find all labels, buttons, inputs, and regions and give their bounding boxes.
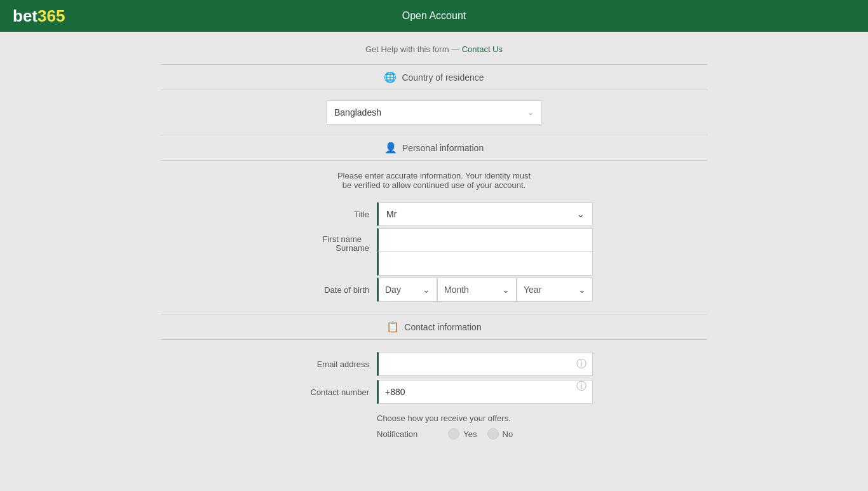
logo: bet365 bbox=[13, 6, 65, 26]
globe-icon: 🌐 bbox=[384, 71, 397, 83]
contact-control: +880 ⓘ bbox=[377, 380, 593, 404]
surname-label-text: Surname bbox=[161, 243, 377, 253]
country-code: +880 bbox=[377, 380, 412, 404]
notification-label: Notification bbox=[377, 429, 417, 439]
title-dropdown-arrow: ⌄ bbox=[577, 209, 585, 219]
contact-input-wrap: ⓘ bbox=[412, 380, 593, 404]
contact-number-wrap: +880 ⓘ bbox=[377, 380, 593, 404]
dob-day-value: Day bbox=[385, 285, 401, 295]
header: bet365 Open Account bbox=[0, 0, 868, 32]
logo-bet: bet bbox=[13, 6, 37, 26]
dob-year-arrow: ⌄ bbox=[578, 285, 586, 295]
title-row: Title Mr ⌄ bbox=[161, 200, 707, 228]
notification-no-label[interactable]: No bbox=[487, 428, 513, 440]
dob-day-arrow: ⌄ bbox=[423, 285, 430, 295]
personal-info-desc2: be verified to allow continued use of yo… bbox=[161, 180, 707, 190]
email-label: Email address bbox=[161, 360, 377, 369]
country-section-label: Country of residence bbox=[402, 72, 484, 83]
title-control: Mr ⌄ bbox=[377, 202, 593, 226]
dob-year-value: Year bbox=[524, 285, 541, 295]
help-text: Get Help with this form — Contact Us bbox=[161, 44, 707, 54]
email-info-icon[interactable]: ⓘ bbox=[576, 358, 587, 371]
main-content: Get Help with this form — Contact Us 🌐 C… bbox=[161, 32, 707, 452]
dob-controls: Day ⌄ Month ⌄ Year ⌄ bbox=[377, 278, 593, 302]
title-dropdown[interactable]: Mr ⌄ bbox=[377, 202, 593, 226]
contact-us-link[interactable]: Contact Us bbox=[462, 44, 503, 54]
email-control: ⓘ bbox=[377, 352, 593, 376]
first-name-label: First name bbox=[161, 228, 369, 244]
personal-section-label: Personal information bbox=[402, 143, 484, 153]
email-input-wrap: ⓘ bbox=[377, 352, 593, 376]
person-icon: 👤 bbox=[384, 142, 397, 154]
notification-row: Notification Yes No bbox=[377, 428, 707, 440]
contact-section-header: 📋 Contact information bbox=[161, 314, 707, 340]
name-inputs bbox=[377, 228, 593, 276]
country-selected-value: Bangladesh bbox=[334, 107, 381, 118]
surname-input[interactable] bbox=[377, 252, 593, 276]
dob-month-value: Month bbox=[444, 285, 469, 295]
email-input[interactable] bbox=[377, 352, 593, 376]
contact-number-input[interactable] bbox=[412, 380, 593, 404]
personal-section-header: 👤 Personal information bbox=[161, 135, 707, 161]
dob-label: Date of birth bbox=[161, 285, 377, 295]
email-row: Email address ⓘ bbox=[161, 350, 707, 378]
dob-year-dropdown[interactable]: Year ⌄ bbox=[517, 278, 593, 302]
country-section-header: 🌐 Country of residence bbox=[161, 64, 707, 90]
title-label: Title bbox=[161, 210, 377, 219]
contact-info-icon[interactable]: ⓘ bbox=[576, 380, 587, 393]
title-value: Mr bbox=[386, 209, 397, 219]
offers-text: Choose how you receive your offers. bbox=[377, 414, 707, 423]
contact-section-label: Contact information bbox=[404, 322, 481, 332]
first-name-input[interactable] bbox=[377, 228, 593, 252]
contact-card-icon: 📋 bbox=[386, 321, 399, 333]
notification-yes-label[interactable]: Yes bbox=[448, 428, 477, 440]
dob-month-arrow: ⌄ bbox=[502, 285, 510, 295]
country-dropdown[interactable]: Bangladesh ⌄ bbox=[326, 100, 542, 124]
dob-day-dropdown[interactable]: Day ⌄ bbox=[377, 278, 437, 302]
notification-no-text: No bbox=[503, 429, 513, 439]
personal-info-desc1: Please enter accurate information. Your … bbox=[161, 171, 707, 180]
page-title: Open Account bbox=[402, 10, 466, 22]
country-dropdown-arrow: ⌄ bbox=[527, 108, 534, 117]
notification-yes-text: Yes bbox=[463, 429, 477, 439]
contact-row: Contact number +880 ⓘ bbox=[161, 378, 707, 406]
dob-month-dropdown[interactable]: Month ⌄ bbox=[437, 278, 517, 302]
notification-no-radio[interactable] bbox=[487, 428, 499, 440]
dob-row: Date of birth Day ⌄ Month ⌄ Year ⌄ bbox=[161, 276, 707, 304]
offers-section: Choose how you receive your offers. Noti… bbox=[161, 414, 707, 440]
notification-yes-radio[interactable] bbox=[448, 428, 459, 440]
logo-365: 365 bbox=[37, 6, 65, 26]
contact-label: Contact number bbox=[161, 387, 377, 397]
